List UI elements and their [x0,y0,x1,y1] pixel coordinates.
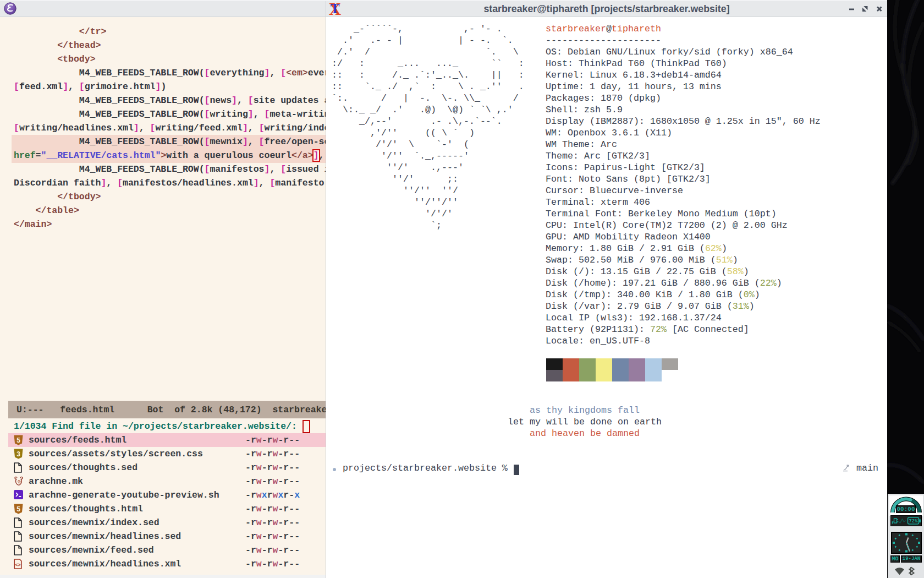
svg-text:72%: 72% [909,519,919,524]
svg-text:5: 5 [16,437,20,444]
svg-text:T: T [331,1,340,16]
svg-text:<>: <> [15,563,20,568]
svg-text:3: 3 [16,450,20,458]
svg-text:5: 5 [16,505,20,513]
